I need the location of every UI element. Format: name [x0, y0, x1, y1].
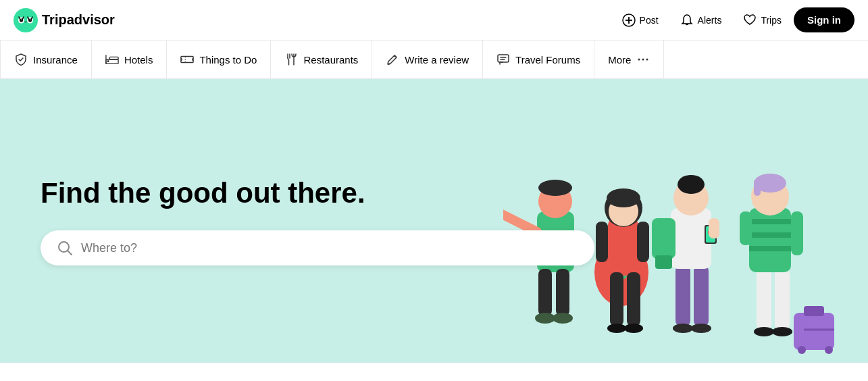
svg-point-31	[538, 180, 572, 196]
svg-rect-63	[709, 218, 719, 238]
svg-point-67	[754, 327, 774, 336]
svg-rect-13	[107, 60, 109, 62]
chat-icon	[496, 53, 510, 66]
post-label: Post	[640, 15, 659, 26]
svg-point-26	[646, 59, 648, 61]
hero-title: Find the good out there.	[41, 176, 513, 210]
navbar: Insurance Hotels Things to Do	[0, 41, 868, 79]
svg-rect-34	[556, 269, 569, 316]
header-actions: Post Alerts Trips Sign in	[613, 7, 854, 32]
search-bar	[41, 230, 594, 265]
svg-point-35	[535, 313, 555, 324]
search-input[interactable]	[81, 241, 578, 255]
svg-rect-33	[538, 269, 552, 316]
svg-rect-66	[775, 269, 790, 330]
nav-item-insurance[interactable]: Insurance	[0, 41, 92, 78]
svg-point-27	[59, 242, 69, 252]
shield-icon	[14, 53, 28, 66]
svg-point-46	[607, 188, 640, 207]
svg-rect-48	[637, 222, 649, 262]
hero-illustration	[503, 79, 868, 363]
svg-rect-79	[804, 306, 824, 316]
svg-point-68	[772, 327, 792, 336]
logo-text: Tripadvisor	[42, 12, 115, 28]
nav-label-hotels: Hotels	[124, 54, 153, 66]
header: Tripadvisor Post Alerts	[0, 0, 868, 41]
nav-item-more[interactable]: More	[594, 41, 664, 78]
svg-rect-77	[740, 211, 752, 245]
svg-rect-14	[181, 56, 193, 62]
trips-button[interactable]: Trips	[734, 8, 791, 32]
svg-rect-83	[652, 218, 675, 259]
nav-label-write-review: Write a review	[405, 54, 469, 66]
bed-icon	[105, 53, 119, 66]
post-button[interactable]: Post	[613, 8, 668, 32]
signin-label: Sign in	[807, 14, 841, 26]
logo-area: Tripadvisor	[14, 8, 115, 32]
svg-point-0	[14, 8, 38, 32]
nav-label-things-to-do: Things to Do	[199, 54, 257, 66]
svg-rect-49	[610, 272, 623, 326]
svg-rect-11	[109, 57, 118, 59]
svg-point-25	[642, 59, 644, 61]
search-icon	[57, 240, 73, 256]
edit-icon	[386, 53, 399, 66]
svg-point-55	[673, 324, 693, 333]
svg-line-19	[394, 55, 397, 57]
alerts-button[interactable]: Alerts	[671, 8, 732, 32]
nav-item-things-to-do[interactable]: Things to Do	[167, 41, 271, 78]
svg-rect-65	[757, 269, 771, 330]
hero-content: Find the good out there.	[41, 176, 513, 265]
nav-label-more: More	[608, 54, 631, 66]
fork-icon	[284, 53, 298, 66]
svg-rect-53	[675, 265, 690, 326]
signin-button[interactable]: Sign in	[794, 7, 854, 32]
svg-point-56	[691, 324, 711, 333]
ticket-icon	[180, 53, 194, 66]
ellipsis-icon	[636, 53, 650, 66]
nav-label-insurance: Insurance	[33, 54, 78, 66]
svg-rect-50	[627, 272, 640, 326]
tripadvisor-logo-icon	[14, 8, 38, 32]
svg-point-59	[678, 175, 705, 194]
svg-rect-54	[694, 265, 709, 326]
svg-line-28	[68, 251, 72, 255]
svg-rect-76	[791, 211, 803, 255]
alerts-label: Alerts	[698, 15, 722, 26]
svg-point-82	[825, 346, 833, 354]
nav-item-hotels[interactable]: Hotels	[92, 41, 168, 78]
post-icon	[622, 14, 636, 27]
trips-label: Trips	[761, 15, 782, 26]
svg-rect-75	[754, 179, 761, 196]
svg-rect-21	[498, 55, 509, 62]
svg-point-81	[798, 346, 806, 354]
nav-label-travel-forums: Travel Forums	[515, 54, 580, 66]
nav-item-write-review[interactable]: Write a review	[372, 41, 483, 78]
svg-point-52	[624, 324, 643, 333]
nav-item-travel-forums[interactable]: Travel Forums	[483, 41, 594, 78]
svg-rect-78	[794, 313, 834, 350]
svg-rect-69	[749, 208, 791, 272]
hero-section: Find the good out there.	[0, 79, 868, 363]
nav-item-restaurants[interactable]: Restaurants	[271, 41, 372, 78]
svg-rect-84	[655, 255, 672, 269]
svg-point-24	[638, 59, 640, 61]
nav-label-restaurants: Restaurants	[303, 54, 358, 66]
svg-point-51	[607, 324, 626, 333]
bell-icon	[680, 14, 694, 27]
svg-rect-47	[596, 222, 608, 262]
svg-point-36	[553, 313, 573, 324]
heart-icon	[743, 14, 757, 27]
